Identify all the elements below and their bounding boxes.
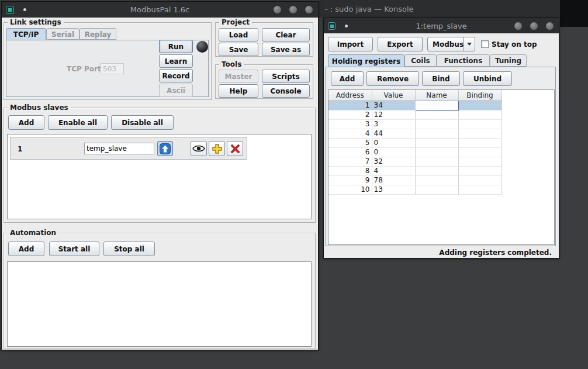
table-row[interactable]: 1 34: [328, 101, 501, 110]
cell-value[interactable]: 32: [372, 157, 415, 166]
export-button[interactable]: Export: [378, 37, 423, 51]
column-header-binding[interactable]: Binding: [458, 90, 501, 101]
slave-name-input[interactable]: [84, 143, 154, 154]
maximize-button[interactable]: [289, 6, 297, 13]
cell-binding[interactable]: [458, 110, 501, 119]
cell-binding[interactable]: [458, 101, 501, 110]
tab-replay[interactable]: Replay: [79, 28, 116, 40]
cell-address[interactable]: 1: [328, 101, 372, 110]
import-button[interactable]: Import: [328, 37, 373, 51]
cell-name[interactable]: [415, 157, 458, 166]
scripts-button[interactable]: Scripts: [262, 70, 310, 83]
main-window-titlebar[interactable]: ModbusPal 1.6c: [2, 2, 318, 18]
record-button[interactable]: Record: [159, 69, 193, 82]
cell-address[interactable]: 9: [328, 175, 372, 185]
tcp-port-input[interactable]: [101, 63, 124, 74]
cell-value[interactable]: 3: [372, 119, 415, 129]
cell-binding[interactable]: [458, 175, 501, 185]
cell-name[interactable]: [415, 175, 458, 185]
table-row[interactable]: 10 13: [328, 185, 501, 194]
tab-serial[interactable]: Serial: [46, 28, 79, 40]
cell-value[interactable]: 4: [372, 166, 415, 175]
save-as-button[interactable]: Save as: [262, 43, 310, 56]
cell-name[interactable]: [415, 119, 458, 129]
cell-value[interactable]: 0: [372, 147, 415, 157]
register-add-button[interactable]: Add: [331, 71, 364, 86]
tab-holding-registers[interactable]: Holding registers: [328, 54, 404, 67]
tab-tuning[interactable]: Tuning: [490, 54, 527, 67]
cell-address[interactable]: 3: [328, 119, 372, 129]
automation-add-button[interactable]: Add: [8, 242, 44, 256]
slave-add-button[interactable]: Add: [8, 115, 44, 130]
register-unbind-button[interactable]: Unbind: [463, 71, 512, 86]
slave-delete-button[interactable]: [227, 141, 243, 156]
table-row[interactable]: 5 0: [328, 138, 501, 147]
tab-functions[interactable]: Functions: [437, 54, 490, 67]
cell-binding[interactable]: [458, 157, 501, 166]
close-button[interactable]: [546, 22, 554, 30]
close-button[interactable]: [305, 6, 313, 13]
help-button[interactable]: Help: [219, 84, 258, 98]
cell-address[interactable]: 8: [328, 166, 372, 175]
modbus-mode-dropdown[interactable]: Modbus: [427, 37, 475, 51]
cell-value[interactable]: 44: [372, 129, 415, 138]
maximize-button[interactable]: [530, 22, 538, 30]
cell-name[interactable]: [415, 101, 458, 110]
cell-binding[interactable]: [458, 138, 501, 147]
slave-duplicate-button[interactable]: [209, 141, 225, 156]
run-button[interactable]: Run: [159, 40, 193, 53]
cell-value[interactable]: 34: [372, 101, 415, 110]
table-row[interactable]: 8 4: [328, 166, 501, 175]
cell-binding[interactable]: [458, 185, 501, 194]
stop-all-button[interactable]: Stop all: [103, 242, 155, 256]
cell-address[interactable]: 2: [328, 110, 372, 119]
slave-view-button[interactable]: [191, 141, 207, 156]
start-all-button[interactable]: Start all: [49, 242, 99, 256]
cell-value[interactable]: 13: [372, 185, 415, 194]
table-row[interactable]: 7 32: [328, 157, 501, 166]
konsole-titlebar[interactable]: - : sudo java — Konsole: [319, 0, 560, 18]
cell-name[interactable]: [415, 110, 458, 119]
clear-button[interactable]: Clear: [262, 28, 310, 42]
cell-name[interactable]: [415, 166, 458, 175]
table-row[interactable]: 9 78: [328, 175, 501, 185]
enable-all-button[interactable]: Enable all: [48, 115, 108, 130]
table-row[interactable]: 6 0: [328, 147, 501, 157]
cell-address[interactable]: 6: [328, 147, 372, 157]
stay-on-top-checkbox[interactable]: [481, 40, 489, 48]
save-button[interactable]: Save: [219, 43, 258, 56]
minimize-button[interactable]: [274, 6, 281, 13]
column-header-value[interactable]: Value: [372, 90, 415, 101]
cell-value[interactable]: 78: [372, 175, 415, 185]
tab-coils[interactable]: Coils: [404, 54, 437, 67]
minimize-button[interactable]: [514, 22, 522, 30]
dropdown-arrow-button[interactable]: [464, 37, 475, 51]
register-remove-button[interactable]: Remove: [366, 71, 419, 86]
cell-binding[interactable]: [458, 166, 501, 175]
register-bind-button[interactable]: Bind: [422, 71, 460, 86]
cell-binding[interactable]: [458, 129, 501, 138]
tab-tcpip[interactable]: TCP/IP: [6, 28, 46, 40]
cell-value[interactable]: 0: [372, 138, 415, 147]
table-row[interactable]: 4 44: [328, 129, 501, 138]
cell-address[interactable]: 10: [328, 185, 372, 194]
cell-name[interactable]: [415, 185, 458, 194]
console-button[interactable]: Console: [262, 84, 310, 98]
slave-enable-toggle-button[interactable]: [157, 141, 173, 156]
load-button[interactable]: Load: [219, 28, 258, 42]
table-row[interactable]: 2 12: [328, 110, 501, 119]
table-row[interactable]: 3 3: [328, 119, 501, 129]
learn-button[interactable]: Learn: [159, 54, 193, 68]
disable-all-button[interactable]: Disable all: [111, 115, 174, 130]
cell-address[interactable]: 4: [328, 129, 372, 138]
cell-value[interactable]: 12: [372, 110, 415, 119]
column-header-address[interactable]: Address: [328, 90, 372, 101]
cell-address[interactable]: 5: [328, 138, 372, 147]
cell-binding[interactable]: [458, 119, 501, 129]
slave-window-titlebar[interactable]: 1:temp_slave: [324, 18, 559, 33]
cell-address[interactable]: 7: [328, 157, 372, 166]
slave-row[interactable]: 1: [10, 137, 247, 160]
cell-name[interactable]: [415, 138, 458, 147]
cell-binding[interactable]: [458, 147, 501, 157]
column-header-name[interactable]: Name: [415, 90, 458, 101]
